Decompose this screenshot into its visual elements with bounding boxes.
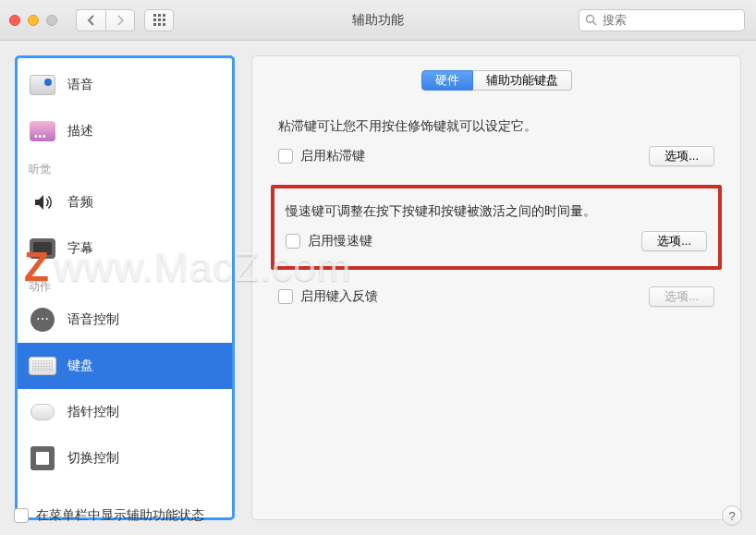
sidebar-item-label: 键盘 <box>67 358 93 374</box>
grid-icon <box>153 14 165 26</box>
svg-point-0 <box>587 16 594 23</box>
show-status-label: 在菜单栏中显示辅助功能状态 <box>36 507 204 524</box>
footer-row: 在菜单栏中显示辅助功能状态 <box>14 507 204 524</box>
sidebar-item-keyboard[interactable]: 键盘 <box>18 343 232 389</box>
enable-sticky-keys-text: 启用粘滞键 <box>300 148 365 164</box>
close-button[interactable] <box>9 15 20 26</box>
search-box[interactable] <box>579 9 745 31</box>
voice-icon <box>29 73 56 97</box>
sidebar: 语音 描述 听觉 音频 字幕 动作 语音控制 键盘 指针控制 <box>15 55 235 520</box>
nav-buttons <box>76 9 135 31</box>
enable-slow-keys-checkbox[interactable] <box>286 234 300 249</box>
sidebar-section-hearing: 听觉 <box>18 154 232 179</box>
search-input[interactable] <box>603 13 756 27</box>
sidebar-item-label: 指针控制 <box>67 404 119 420</box>
minimize-button[interactable] <box>28 15 39 26</box>
slow-keys-description: 慢速键可调整在按下按键和按键被激活之间的时间量。 <box>286 203 707 220</box>
sticky-keys-group: 粘滞键可让您不用按住修饰键就可以设定它。 启用粘滞键 选项... <box>271 113 722 181</box>
sidebar-item-switch-control[interactable]: 切换控制 <box>18 435 232 481</box>
enable-sticky-keys-label[interactable]: 启用粘滞键 <box>278 148 365 164</box>
sidebar-item-label: 语音控制 <box>67 311 119 328</box>
sidebar-item-voice[interactable]: 语音 <box>18 62 232 108</box>
slow-keys-options-button[interactable]: 选项... <box>641 231 707 251</box>
show-status-checkbox[interactable] <box>14 508 29 523</box>
traffic-lights <box>9 15 57 26</box>
switch-icon <box>29 446 56 470</box>
window-titlebar: 辅助功能 <box>0 0 756 41</box>
typing-feedback-options-button[interactable]: 选项... <box>649 286 714 307</box>
content-area: 语音 描述 听觉 音频 字幕 动作 语音控制 键盘 指针控制 <box>0 41 756 535</box>
back-button[interactable] <box>76 9 105 31</box>
sticky-keys-description: 粘滞键可让您不用按住修饰键就可以设定它。 <box>278 118 714 135</box>
sidebar-item-label: 字幕 <box>67 240 93 257</box>
tab-hardware[interactable]: 硬件 <box>421 70 473 91</box>
sidebar-item-audio[interactable]: 音频 <box>18 179 232 225</box>
svg-line-1 <box>593 22 597 26</box>
enable-typing-feedback-checkbox[interactable] <box>278 289 293 304</box>
slow-keys-highlight: 慢速键可调整在按下按键和按键被激活之间的时间量。 启用慢速键 选项... <box>271 185 722 270</box>
maximize-button[interactable] <box>46 15 57 26</box>
sidebar-item-label: 音频 <box>67 194 93 211</box>
tab-accessibility-keyboard[interactable]: 辅助功能键盘 <box>473 70 572 91</box>
subtitles-icon <box>29 237 56 261</box>
sidebar-section-motor: 动作 <box>18 272 232 297</box>
search-icon <box>585 14 597 26</box>
sidebar-item-pointer-control[interactable]: 指针控制 <box>18 389 232 435</box>
sticky-keys-options-button[interactable]: 选项... <box>649 146 714 166</box>
show-all-button[interactable] <box>144 9 174 31</box>
forward-button[interactable] <box>105 9 135 31</box>
enable-slow-keys-text: 启用慢速键 <box>308 233 372 249</box>
voice-control-icon <box>29 308 56 332</box>
audio-icon <box>29 190 56 214</box>
sidebar-item-label: 切换控制 <box>67 450 119 467</box>
sidebar-item-subtitles[interactable]: 字幕 <box>18 225 232 272</box>
enable-slow-keys-label[interactable]: 启用慢速键 <box>286 233 372 249</box>
enable-typing-feedback-label[interactable]: 启用键入反馈 <box>278 288 378 305</box>
descriptions-icon <box>29 119 56 143</box>
sidebar-item-voice-control[interactable]: 语音控制 <box>18 297 232 343</box>
main-panel: 硬件 辅助功能键盘 粘滞键可让您不用按住修饰键就可以设定它。 启用粘滞键 选项.… <box>251 55 741 520</box>
help-button[interactable]: ? <box>722 505 742 526</box>
sidebar-item-label: 语音 <box>67 77 93 93</box>
sidebar-item-descriptions[interactable]: 描述 <box>18 108 232 154</box>
enable-sticky-keys-checkbox[interactable] <box>278 149 293 164</box>
tab-bar: 硬件 辅助功能键盘 <box>271 70 722 91</box>
sidebar-item-label: 描述 <box>67 123 93 140</box>
pointer-icon <box>29 400 56 424</box>
keyboard-icon <box>29 354 56 378</box>
typing-feedback-group: 启用键入反馈 选项... <box>271 285 722 322</box>
window-title: 辅助功能 <box>352 12 404 29</box>
enable-typing-feedback-text: 启用键入反馈 <box>300 288 378 305</box>
